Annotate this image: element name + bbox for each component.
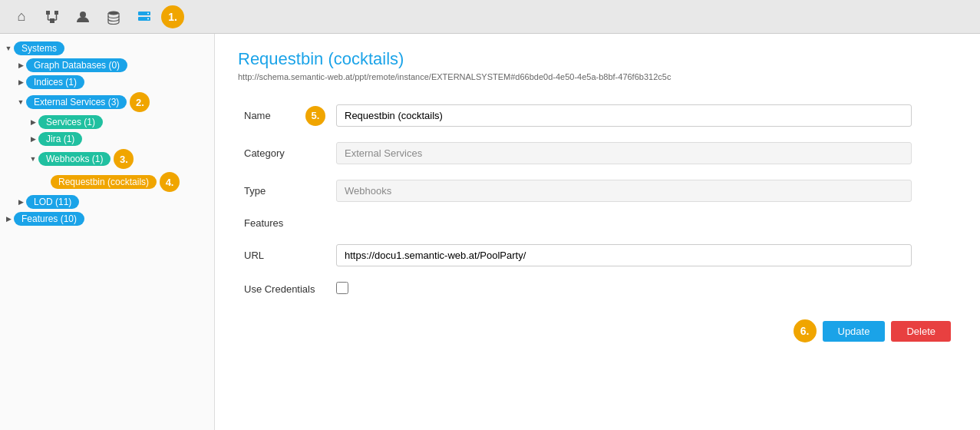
features-input-cell: [330, 210, 957, 237]
delete-button[interactable]: Delete: [891, 321, 951, 342]
name-input[interactable]: [336, 104, 912, 127]
svg-rect-1: [54, 11, 58, 15]
content-area: Requestbin (cocktails) http://schema.sem…: [215, 34, 980, 430]
step-6-badge: 6.: [794, 319, 817, 342]
svg-point-12: [147, 18, 149, 19]
toggle-lod[interactable]: ▶: [15, 197, 26, 207]
top-navigation: ⌂ 1.: [0, 0, 980, 34]
form-row-credentials: Use Credentials: [238, 274, 957, 304]
services-badge[interactable]: Services (1): [38, 115, 103, 129]
systems-badge[interactable]: Systems: [14, 41, 64, 55]
url-label: URL: [238, 237, 330, 274]
requestbin-badge[interactable]: Requestbin (cocktails): [51, 175, 157, 189]
features-badge[interactable]: Features (10): [14, 212, 84, 226]
toggle-webhooks[interactable]: ▼: [28, 154, 38, 164]
form-row-name: Name 5.: [238, 97, 957, 134]
form-row-type: Type Webhooks: [238, 172, 957, 210]
name-input-cell: 5.: [330, 97, 957, 134]
category-value: External Services: [336, 142, 912, 164]
toggle-systems[interactable]: ▼: [3, 43, 14, 54]
step-3-badge: 3.: [114, 149, 134, 169]
toggle-requestbin: [40, 177, 51, 187]
sidebar-item-services[interactable]: ▶ Services (1): [0, 114, 214, 131]
toggle-external-services[interactable]: ▼: [15, 97, 26, 108]
credentials-input-cell: [330, 274, 957, 304]
sidebar-item-external-services[interactable]: ▼ External Services (3) 2.: [0, 91, 214, 114]
jira-badge[interactable]: Jira (1): [38, 132, 82, 146]
svg-point-11: [147, 12, 149, 14]
action-bar: 6. Update Delete: [238, 304, 957, 358]
sidebar-item-requestbin[interactable]: Requestbin (cocktails) 4.: [0, 170, 214, 194]
type-value: Webhooks: [336, 180, 912, 202]
update-button[interactable]: Update: [823, 321, 886, 342]
toggle-indices[interactable]: ▶: [15, 77, 26, 88]
step-2-badge: 2.: [130, 92, 150, 112]
credentials-checkbox[interactable]: [336, 282, 348, 294]
form-row-url: URL: [238, 237, 957, 274]
type-label: Type: [238, 172, 330, 210]
sidebar-item-jira[interactable]: ▶ Jira (1): [0, 131, 214, 147]
sidebar-item-lod[interactable]: ▶ LOD (11): [0, 194, 214, 210]
sidebar-item-indices[interactable]: ▶ Indices (1): [0, 74, 214, 91]
server-icon[interactable]: [130, 3, 158, 31]
page-title: Requestbin (cocktails): [238, 49, 957, 69]
step-1-badge[interactable]: 1.: [161, 5, 184, 28]
external-services-badge[interactable]: External Services (3): [26, 95, 127, 109]
svg-point-7: [80, 12, 86, 18]
step-4-badge: 4.: [160, 172, 180, 192]
step-5-badge: 5.: [305, 106, 325, 126]
toggle-features[interactable]: ▶: [3, 213, 14, 224]
toggle-graph-db[interactable]: ▶: [15, 60, 26, 71]
sidebar-item-webhooks[interactable]: ▼ Webhooks (1) 3.: [0, 147, 214, 170]
type-input-cell: Webhooks: [330, 172, 957, 210]
url-input-cell: [330, 237, 957, 274]
users-icon[interactable]: [69, 3, 97, 31]
sidebar-item-systems[interactable]: ▼ Systems: [0, 40, 214, 57]
category-label: Category: [238, 134, 330, 172]
page-url: http://schema.semantic-web.at/ppt/remote…: [238, 72, 957, 81]
svg-rect-0: [46, 11, 50, 15]
url-input[interactable]: [336, 244, 912, 266]
form-table: Name 5. Category External Services Type: [238, 97, 957, 304]
home-icon[interactable]: ⌂: [8, 3, 35, 31]
graph-db-badge[interactable]: Graph Databases (0): [26, 58, 127, 72]
lod-badge[interactable]: LOD (11): [26, 195, 79, 209]
form-row-features: Features: [238, 210, 957, 237]
sidebar-item-graph-db[interactable]: ▶ Graph Databases (0): [0, 57, 214, 74]
indices-badge[interactable]: Indices (1): [26, 75, 84, 89]
hierarchy-icon[interactable]: [38, 3, 66, 31]
category-input-cell: External Services: [330, 134, 957, 172]
database-icon[interactable]: [100, 3, 127, 31]
sidebar-item-features[interactable]: ▶ Features (10): [0, 210, 214, 227]
features-label: Features: [238, 210, 330, 237]
main-layout: ▼ Systems ▶ Graph Databases (0) ▶ Indice…: [0, 34, 980, 430]
svg-point-8: [108, 11, 119, 15]
sidebar: ▼ Systems ▶ Graph Databases (0) ▶ Indice…: [0, 34, 215, 430]
credentials-label: Use Credentials: [238, 274, 330, 304]
webhooks-badge[interactable]: Webhooks (1): [38, 152, 111, 166]
toggle-services[interactable]: ▶: [28, 117, 38, 127]
toggle-jira[interactable]: ▶: [28, 134, 38, 144]
form-row-category: Category External Services: [238, 134, 957, 172]
